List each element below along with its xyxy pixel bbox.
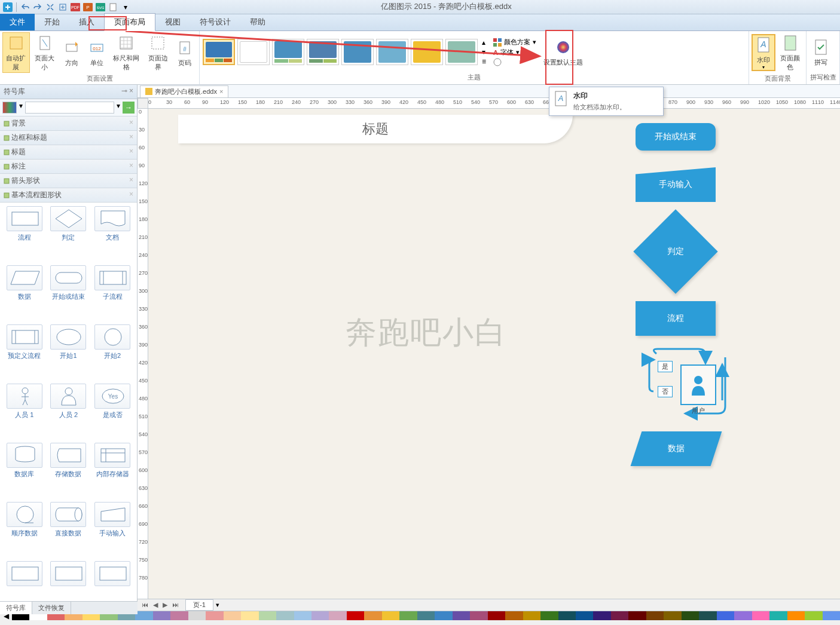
orientation-button[interactable]: 方向 bbox=[60, 37, 84, 69]
ruler-grid-button[interactable]: 标尺和网格 bbox=[110, 32, 143, 73]
effect-button[interactable] bbox=[493, 58, 536, 66]
theme-5[interactable] bbox=[341, 39, 374, 65]
color-swatch[interactable] bbox=[787, 611, 805, 620]
color-swatch[interactable] bbox=[805, 611, 822, 620]
bottom-tab-recovery[interactable]: 文件恢复 bbox=[32, 602, 71, 614]
user-group[interactable]: 是 否 用户 bbox=[621, 347, 734, 418]
page-first-icon[interactable]: ⏮ bbox=[140, 601, 150, 609]
tab-insert[interactable]: 插入 bbox=[69, 14, 104, 30]
symbol-子流程[interactable]: 子流程 bbox=[91, 265, 133, 322]
color-swatch[interactable] bbox=[241, 611, 258, 620]
color-swatch[interactable] bbox=[558, 611, 576, 620]
ppt-icon[interactable]: P bbox=[83, 2, 93, 13]
doc-icon[interactable] bbox=[108, 2, 118, 13]
canvas[interactable]: 标题 奔跑吧小白 开始或结束 手动输入 判定 流程 bbox=[148, 109, 840, 599]
color-swatch[interactable] bbox=[259, 611, 276, 620]
symbol-内部存储器[interactable]: 内部存储器 bbox=[91, 443, 133, 500]
symbol-开始2[interactable]: 开始2 bbox=[91, 324, 133, 381]
symbol-文档[interactable]: 文档 bbox=[91, 206, 133, 263]
qat-dropdown-icon[interactable]: ▾ bbox=[120, 2, 131, 13]
redo-icon[interactable] bbox=[32, 2, 43, 13]
symbol-数据[interactable]: 数据 bbox=[4, 265, 45, 322]
color-swatch[interactable] bbox=[576, 611, 593, 620]
color-swatch[interactable] bbox=[628, 611, 646, 620]
symbol-开始1[interactable]: 开始1 bbox=[48, 324, 90, 381]
shape-decision[interactable]: 判定 bbox=[621, 219, 731, 284]
page-border-button[interactable]: 页面边界 bbox=[144, 32, 172, 73]
page-tab-dropdown[interactable]: ▾ bbox=[213, 601, 222, 609]
page-number-button[interactable]: #页码 bbox=[173, 37, 197, 69]
page-last-icon[interactable]: ⏭ bbox=[170, 601, 181, 609]
theme-7[interactable] bbox=[411, 39, 443, 65]
color-swatch[interactable] bbox=[347, 611, 364, 620]
tab-symbol-design[interactable]: 符号设计 bbox=[190, 14, 240, 30]
theme-4[interactable] bbox=[307, 39, 339, 65]
theme-8[interactable] bbox=[445, 39, 478, 65]
color-swatch[interactable] bbox=[752, 611, 769, 620]
spell-check-button[interactable]: 拼写 bbox=[809, 36, 833, 68]
symbol-数据库[interactable]: 数据库 bbox=[4, 443, 45, 500]
symcat-4[interactable]: 箭头形状× bbox=[0, 174, 137, 188]
title-banner[interactable]: 标题 bbox=[178, 115, 573, 143]
app-icon[interactable] bbox=[2, 2, 13, 13]
color-swatch[interactable] bbox=[823, 611, 840, 620]
symbol-人员 2[interactable]: 人员 2 bbox=[48, 384, 90, 440]
shape-start-end[interactable]: 开始或结束 bbox=[636, 123, 716, 151]
color-swatch[interactable] bbox=[224, 611, 241, 620]
symbol-extra-1[interactable] bbox=[48, 561, 90, 607]
color-swatch[interactable] bbox=[470, 611, 487, 620]
symbol-顺序数据[interactable]: 顺序数据 bbox=[4, 502, 45, 559]
symbol-流程[interactable]: 流程 bbox=[4, 206, 45, 263]
symbol-开始或结束[interactable]: 开始或结束 bbox=[48, 265, 90, 322]
set-default-theme-button[interactable]: 设置默认主题 bbox=[541, 36, 585, 68]
shape-data[interactable]: 数据 bbox=[634, 431, 719, 466]
color-swatch[interactable] bbox=[769, 611, 787, 620]
theme-6[interactable] bbox=[376, 39, 408, 65]
document-tab[interactable]: 奔跑吧小白模板.eddx × bbox=[140, 85, 228, 97]
color-swatch[interactable] bbox=[364, 611, 381, 620]
theme-scroll-up[interactable]: ▴ bbox=[482, 38, 486, 47]
theme-1[interactable] bbox=[203, 39, 235, 65]
color-swatch[interactable] bbox=[682, 611, 699, 620]
theme-3[interactable] bbox=[272, 39, 304, 65]
symcat-2[interactable]: 标题× bbox=[0, 145, 137, 160]
color-swatch[interactable] bbox=[717, 611, 734, 620]
color-swatch[interactable] bbox=[294, 611, 311, 620]
unit-button[interactable]: 012单位 bbox=[85, 37, 109, 69]
symbol-extra-0[interactable] bbox=[4, 561, 45, 607]
color-swatch[interactable] bbox=[611, 611, 628, 620]
tab-page-layout[interactable]: 页面布局 bbox=[104, 13, 155, 31]
symbol-手动输入[interactable]: 手动输入 bbox=[91, 502, 133, 559]
symcat-3[interactable]: 标注× bbox=[0, 160, 137, 174]
tab-file[interactable]: 文件 bbox=[0, 14, 35, 30]
theme-scroll-down[interactable]: ▾ bbox=[482, 48, 486, 56]
symlib-search-dropdown[interactable]: ▾ bbox=[117, 102, 120, 114]
color-swatch[interactable] bbox=[276, 611, 294, 620]
color-swatch[interactable] bbox=[135, 611, 152, 620]
color-swatch[interactable] bbox=[153, 611, 170, 620]
svg-icon[interactable]: SVG bbox=[95, 2, 106, 13]
symbol-预定义流程[interactable]: 预定义流程 bbox=[4, 324, 45, 381]
symlib-pin-icon[interactable]: ⊸ × bbox=[121, 87, 133, 97]
page-prev-icon[interactable]: ◀ bbox=[151, 601, 160, 609]
page-color-button[interactable]: 页面颜色 bbox=[777, 32, 804, 73]
color-swatch[interactable] bbox=[417, 611, 435, 620]
symlib-color-picker[interactable] bbox=[2, 102, 17, 114]
page-next-icon[interactable]: ▶ bbox=[161, 601, 169, 609]
export-icon[interactable] bbox=[57, 2, 68, 13]
undo-icon[interactable] bbox=[20, 2, 30, 13]
watermark-button[interactable]: A水印▾ bbox=[752, 34, 775, 71]
symcat-5[interactable]: 基本流程图形状× bbox=[0, 188, 137, 203]
color-swatch[interactable] bbox=[399, 611, 417, 620]
theme-gallery-expand[interactable]: ≡ bbox=[482, 57, 486, 66]
pdf-icon[interactable]: PDF bbox=[70, 2, 81, 13]
color-swatch[interactable] bbox=[664, 611, 681, 620]
color-swatch[interactable] bbox=[453, 611, 470, 620]
tab-view[interactable]: 视图 bbox=[155, 14, 190, 30]
color-swatch[interactable] bbox=[382, 611, 399, 620]
color-swatch[interactable] bbox=[646, 611, 664, 620]
color-swatch[interactable] bbox=[593, 611, 610, 620]
tab-help[interactable]: 帮助 bbox=[240, 14, 275, 30]
color-swatch[interactable] bbox=[206, 611, 223, 620]
font-button[interactable]: A字体 ▾ bbox=[493, 48, 536, 57]
